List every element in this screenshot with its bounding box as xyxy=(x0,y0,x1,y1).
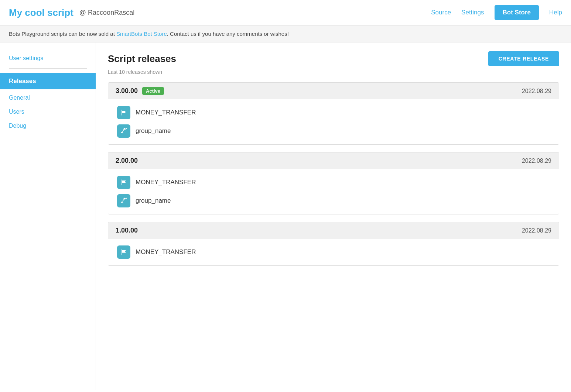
release-header: 3.00.00Active2022.08.29 xyxy=(108,83,559,99)
release-date: 2022.08.29 xyxy=(522,158,551,164)
release-version: 2.00.00 xyxy=(116,157,138,165)
version-number: 2.00.00 xyxy=(116,157,138,165)
page-title: Script releases xyxy=(108,53,176,65)
release-version: 3.00.00Active xyxy=(116,87,164,95)
sidebar-user-settings[interactable]: User settings xyxy=(0,51,96,65)
sidebar-item-debug[interactable]: Debug xyxy=(0,119,96,133)
release-item: group_name xyxy=(117,194,550,207)
release-card: 2.00.002022.08.29 MONEY_TRANSFER group_n… xyxy=(108,152,559,214)
version-number: 1.00.00 xyxy=(116,227,138,234)
item-label: MONEY_TRANSFER xyxy=(136,248,196,256)
release-body: MONEY_TRANSFER xyxy=(108,239,559,265)
release-item: group_name xyxy=(117,124,550,138)
flag-svg xyxy=(120,109,127,116)
version-number: 3.00.00 xyxy=(116,87,138,95)
release-body: MONEY_TRANSFER group_name xyxy=(108,99,559,144)
item-label: group_name xyxy=(136,197,171,204)
header-nav: Source Settings Bot Store Help xyxy=(431,5,562,20)
flag-svg xyxy=(120,248,127,256)
flag-icon xyxy=(117,176,130,189)
main-header: Script releases CREATE RELEASE xyxy=(108,51,559,66)
main-content: Script releases CREATE RELEASE Last 10 r… xyxy=(96,42,571,390)
banner-text-before: Bots Playground scripts can be now sold … xyxy=(9,31,116,37)
banner-text-after: . Contact us if you have any comments or… xyxy=(167,31,289,37)
release-date: 2022.08.29 xyxy=(522,227,551,234)
release-item: MONEY_TRANSFER xyxy=(117,106,550,119)
sidebar-divider xyxy=(9,68,87,69)
sidebar: User settings Releases General Users Deb… xyxy=(0,42,96,390)
wrench-icon xyxy=(117,194,130,207)
item-label: group_name xyxy=(136,127,171,135)
item-label: MONEY_TRANSFER xyxy=(136,179,196,186)
flag-svg xyxy=(120,179,127,186)
release-header: 2.00.002022.08.29 xyxy=(108,152,559,169)
release-item: MONEY_TRANSFER xyxy=(117,176,550,189)
releases-subtitle: Last 10 releases shown xyxy=(108,69,559,75)
release-body: MONEY_TRANSFER group_name xyxy=(108,169,559,214)
release-item: MONEY_TRANSFER xyxy=(117,245,550,259)
active-badge: Active xyxy=(142,87,164,95)
settings-link[interactable]: Settings xyxy=(461,9,484,16)
create-release-button[interactable]: CREATE RELEASE xyxy=(488,51,559,66)
releases-list: 3.00.00Active2022.08.29 MONEY_TRANSFER g… xyxy=(108,82,559,266)
sidebar-item-releases[interactable]: Releases xyxy=(0,73,96,89)
sidebar-item-users[interactable]: Users xyxy=(0,105,96,119)
flag-icon xyxy=(117,245,130,259)
release-card: 1.00.002022.08.29 MONEY_TRANSFER xyxy=(108,222,559,266)
flag-icon xyxy=(117,106,130,119)
help-link[interactable]: Help xyxy=(549,9,562,16)
release-version: 1.00.00 xyxy=(116,227,138,234)
release-header: 1.00.002022.08.29 xyxy=(108,222,559,239)
source-link[interactable]: Source xyxy=(431,9,451,16)
layout: User settings Releases General Users Deb… xyxy=(0,42,571,390)
sidebar-item-general[interactable]: General xyxy=(0,91,96,105)
bot-store-button[interactable]: Bot Store xyxy=(495,5,539,20)
app-title: My cool script xyxy=(9,7,73,18)
release-date: 2022.08.29 xyxy=(522,88,551,94)
wrench-svg xyxy=(120,127,127,135)
header: My cool script @ RaccoonRascal Source Se… xyxy=(0,0,571,25)
smartbots-link[interactable]: SmartBots Bot Store xyxy=(116,31,167,37)
wrench-svg xyxy=(120,197,127,204)
username: @ RaccoonRascal xyxy=(79,9,134,17)
release-card: 3.00.00Active2022.08.29 MONEY_TRANSFER g… xyxy=(108,82,559,145)
wrench-icon xyxy=(117,124,130,138)
item-label: MONEY_TRANSFER xyxy=(136,109,196,116)
banner: Bots Playground scripts can be now sold … xyxy=(0,25,571,42)
